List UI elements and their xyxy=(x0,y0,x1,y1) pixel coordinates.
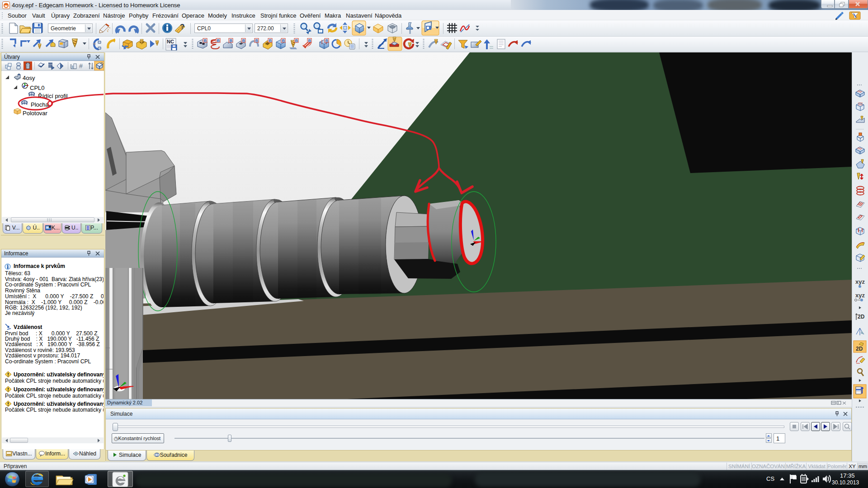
svg-text:#: # xyxy=(79,62,83,70)
svg-text:?: ? xyxy=(180,23,184,31)
svg-text:NC: NC xyxy=(167,39,174,44)
svg-text:xyz: xyz xyxy=(855,292,865,299)
svg-text:xyz: xyz xyxy=(855,278,865,285)
svg-text:2D: 2D xyxy=(858,314,865,320)
svg-text:2D: 2D xyxy=(856,346,863,352)
